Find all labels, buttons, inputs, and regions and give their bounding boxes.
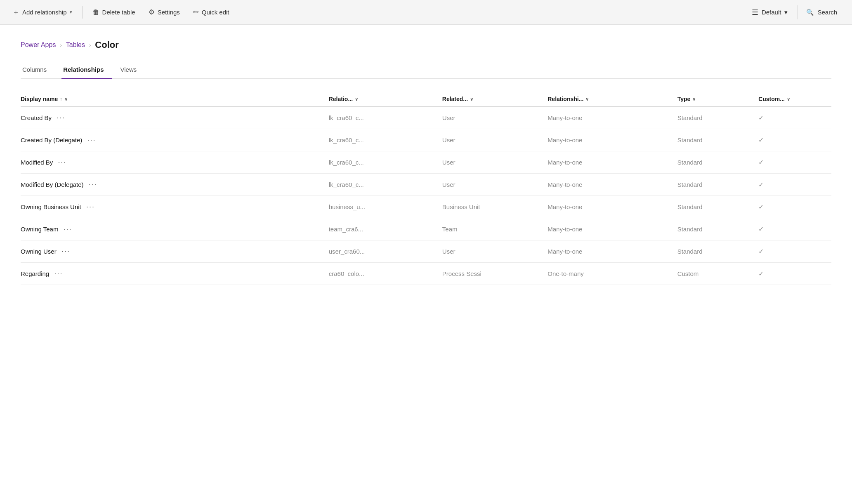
plus-icon: ＋ [12, 7, 19, 17]
table-row: Owning User ··· user_cra60... User Many-… [21, 240, 831, 263]
col-related-filter-icon[interactable]: ∨ [470, 97, 473, 102]
cell-relationship: lk_cra60_c... [329, 174, 442, 196]
tab-views[interactable]: Views [119, 62, 145, 79]
col-type-filter-icon[interactable]: ∨ [692, 97, 696, 102]
cell-related: Business Unit [442, 196, 548, 218]
cell-relationship-type: Many-to-one [548, 107, 677, 129]
toolbar-divider-1 [82, 6, 83, 19]
add-relationship-label: Add relationship [22, 9, 67, 16]
delete-icon: 🗑 [92, 8, 99, 16]
row-options-button[interactable]: ··· [51, 268, 66, 279]
col-relationship-label: Relatio... [329, 96, 353, 102]
col-header-display-name[interactable]: Display name ↑ ∨ [21, 92, 329, 107]
cell-type: Standard [677, 218, 759, 240]
display-name-text: Created By [21, 114, 52, 121]
col-header-related[interactable]: Related... ∨ [442, 92, 548, 107]
cell-custom: ✓ [758, 174, 831, 196]
col-header-custom[interactable]: Custom... ∨ [758, 92, 831, 107]
col-type-label: Type [677, 96, 691, 102]
cell-display-name: Modified By (Delegate) ··· [21, 174, 329, 196]
display-name-text: Modified By [21, 159, 53, 166]
cell-relationship: team_cra6... [329, 218, 442, 240]
cell-relationship: lk_cra60_c... [329, 107, 442, 129]
cell-type: Standard [677, 151, 759, 174]
sort-asc-icon: ↑ [60, 97, 62, 101]
cell-type: Standard [677, 129, 759, 151]
add-relationship-button[interactable]: ＋ Add relationship ▾ [7, 4, 78, 20]
row-options-button[interactable]: ··· [55, 157, 70, 167]
row-options-button[interactable]: ··· [60, 224, 76, 234]
default-chevron-icon: ▾ [784, 9, 788, 16]
col-custom-label: Custom... [758, 96, 785, 102]
cell-display-name: Regarding ··· [21, 263, 329, 285]
table-row: Owning Business Unit ··· business_u... B… [21, 196, 831, 218]
col-custom-filter-icon[interactable]: ∨ [787, 97, 790, 102]
col-relationship-filter-icon[interactable]: ∨ [355, 97, 358, 102]
search-button[interactable]: 🔍 Search [798, 5, 845, 19]
quick-edit-button[interactable]: ✏ Quick edit [187, 5, 235, 20]
search-icon: 🔍 [806, 9, 814, 16]
cell-relationship-type: One-to-many [548, 263, 677, 285]
lines-icon: ☰ [752, 8, 758, 17]
display-name-text: Owning Team [21, 226, 58, 233]
row-options-button[interactable]: ··· [83, 202, 98, 212]
cell-relationship-type: Many-to-one [548, 240, 677, 263]
table-row: Created By ··· lk_cra60_c... User Many-t… [21, 107, 831, 129]
col-relationship-type-filter-icon[interactable]: ∨ [585, 97, 589, 102]
cell-type: Standard [677, 107, 759, 129]
tab-columns[interactable]: Columns [21, 62, 55, 79]
cell-custom: ✓ [758, 218, 831, 240]
tabs: Columns Relationships Views [21, 62, 831, 79]
display-name-text: Owning User [21, 248, 57, 255]
default-label: Default [762, 9, 781, 16]
delete-table-label: Delete table [102, 9, 135, 16]
settings-label: Settings [158, 9, 180, 16]
cell-display-name: Created By ··· [21, 107, 329, 129]
table-header-row: Display name ↑ ∨ Relatio... ∨ Rela [21, 92, 831, 107]
tab-relationships[interactable]: Relationships [61, 62, 112, 79]
display-name-text: Modified By (Delegate) [21, 181, 84, 188]
toolbar-right: ☰ Default ▾ 🔍 Search [745, 5, 845, 20]
delete-table-button[interactable]: 🗑 Delete table [87, 5, 141, 20]
cell-display-name: Modified By ··· [21, 151, 329, 174]
cell-custom: ✓ [758, 196, 831, 218]
cell-custom: ✓ [758, 129, 831, 151]
table-row: Regarding ··· cra60_colo... Process Sess… [21, 263, 831, 285]
breadcrumb-sep-2: › [89, 42, 91, 48]
cell-related: User [442, 174, 548, 196]
breadcrumb-sep-1: › [60, 42, 61, 48]
cell-relationship: lk_cra60_c... [329, 129, 442, 151]
cell-type: Standard [677, 196, 759, 218]
row-options-button[interactable]: ··· [84, 135, 99, 145]
col-header-type[interactable]: Type ∨ [677, 92, 759, 107]
gear-icon: ⚙ [149, 8, 155, 16]
col-display-filter-icon[interactable]: ∨ [64, 97, 68, 102]
row-options-button[interactable]: ··· [53, 113, 68, 123]
cell-related: Team [442, 218, 548, 240]
edit-icon: ✏ [193, 8, 199, 16]
breadcrumb-current: Color [95, 40, 118, 50]
row-options-button[interactable]: ··· [85, 179, 101, 190]
col-relationship-type-label: Relationshi... [548, 96, 583, 102]
display-name-text: Created By (Delegate) [21, 137, 82, 144]
cell-related: User [442, 240, 548, 263]
cell-relationship: business_u... [329, 196, 442, 218]
cell-type: Standard [677, 240, 759, 263]
display-name-text: Owning Business Unit [21, 203, 81, 210]
cell-custom: ✓ [758, 240, 831, 263]
breadcrumb-power-apps[interactable]: Power Apps [21, 41, 56, 49]
table-row: Modified By (Delegate) ··· lk_cra60_c...… [21, 174, 831, 196]
row-options-button[interactable]: ··· [58, 246, 73, 257]
display-name-text: Regarding [21, 270, 49, 277]
breadcrumb-tables[interactable]: Tables [66, 41, 85, 49]
cell-display-name: Created By (Delegate) ··· [21, 129, 329, 151]
col-header-relationship-type[interactable]: Relationshi... ∨ [548, 92, 677, 107]
settings-button[interactable]: ⚙ Settings [143, 5, 186, 20]
cell-custom: ✓ [758, 107, 831, 129]
cell-custom: ✓ [758, 263, 831, 285]
cell-related: Process Sessi [442, 263, 548, 285]
add-relationship-chevron-icon: ▾ [70, 9, 72, 15]
col-header-relationship[interactable]: Relatio... ∨ [329, 92, 442, 107]
default-view-button[interactable]: ☰ Default ▾ [745, 5, 795, 20]
col-related-label: Related... [442, 96, 468, 102]
